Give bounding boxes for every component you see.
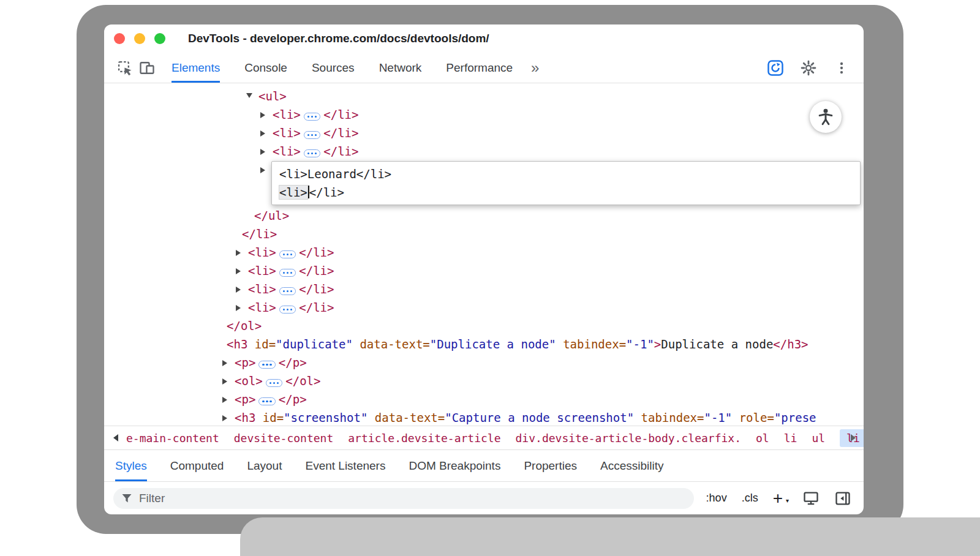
collapse-arrow-icon[interactable] <box>246 87 258 105</box>
dom-tree-line[interactable]: <li></li> <box>104 142 864 160</box>
breadcrumb-item[interactable]: devsite-content <box>234 432 334 445</box>
tab-console[interactable]: Console <box>244 53 287 83</box>
expand-arrow-icon[interactable] <box>222 408 235 426</box>
zoom-button[interactable] <box>154 33 165 44</box>
dom-tree-line[interactable]: </ul> <box>104 206 864 225</box>
settings-gear-icon[interactable] <box>797 57 820 79</box>
panel-tab-layout[interactable]: Layout <box>247 450 282 481</box>
dom-tree-line[interactable]: </ol> <box>104 317 864 335</box>
styles-toolbar: :hov .cls +▾ <box>706 490 851 507</box>
breadcrumb-item[interactable]: article.devsite-article <box>348 432 500 445</box>
breadcrumb-item[interactable]: div.devsite-article-body.clearfix. <box>516 432 741 445</box>
more-tabs-icon[interactable]: » <box>531 53 539 83</box>
edit-line-2: <li></li> <box>279 183 860 201</box>
expand-arrow-icon[interactable] <box>222 353 235 372</box>
expand-arrow-icon[interactable] <box>260 124 273 142</box>
panel-tab-accessibility[interactable]: Accessibility <box>600 450 663 481</box>
expand-arrow-icon[interactable] <box>260 160 273 179</box>
collapsed-children-icon[interactable] <box>304 131 321 140</box>
breadcrumb-scroll-left-icon[interactable] <box>110 434 121 441</box>
collapsed-children-icon[interactable] <box>279 269 296 277</box>
accessibility-overlay-button[interactable] <box>810 101 842 133</box>
toolbar-tabs: ElementsConsoleSourcesNetworkPerformance <box>172 53 513 83</box>
dom-tree-line[interactable]: <li></li> <box>104 280 864 298</box>
breadcrumb-item[interactable]: e-main-content <box>126 432 219 445</box>
expand-arrow-icon[interactable] <box>260 105 273 124</box>
dom-tree-line[interactable]: <li></li> <box>104 261 864 280</box>
dom-tree-line[interactable]: <p></p> <box>104 390 864 408</box>
expand-arrow-icon[interactable] <box>236 298 248 317</box>
breadcrumb-item[interactable]: ul <box>812 432 825 445</box>
panel-tab-styles[interactable]: Styles <box>115 450 147 481</box>
toolbar-right-icons <box>764 53 853 83</box>
elements-panel: <ul><li></li><li></li><li></li><li>Leona… <box>104 83 864 426</box>
dom-tree-line[interactable]: <ol></ol> <box>104 372 864 390</box>
filter-funnel-icon <box>121 492 133 505</box>
device-toolbar-icon[interactable] <box>136 57 158 79</box>
edit-as-html-box[interactable]: <li>Leonard</li><li></li> <box>271 161 861 205</box>
collapsed-children-icon[interactable] <box>258 397 276 406</box>
display-emulation-icon[interactable] <box>802 490 820 507</box>
filter-placeholder: Filter <box>139 492 165 505</box>
devtools-window: DevTools - developer.chrome.com/docs/dev… <box>104 24 864 514</box>
breadcrumb-bar: e-main-contentdevsite-contentarticle.dev… <box>104 426 864 450</box>
dom-tree-line[interactable]: <li></li> <box>104 105 864 124</box>
breadcrumb-scroll-right-icon[interactable] <box>848 434 859 441</box>
breadcrumb-item[interactable]: ol <box>756 432 769 445</box>
collapsed-children-icon[interactable] <box>304 113 321 121</box>
collapsed-children-icon[interactable] <box>304 149 321 158</box>
toggle-element-classes-button[interactable]: .cls <box>742 492 758 505</box>
panel-tab-event-listeners[interactable]: Event Listeners <box>305 450 385 481</box>
collapsed-children-icon[interactable] <box>279 306 296 314</box>
breadcrumb: e-main-contentdevsite-contentarticle.dev… <box>126 429 848 447</box>
minimize-button[interactable] <box>134 33 145 44</box>
collapsed-children-icon[interactable] <box>266 379 283 388</box>
expand-arrow-icon[interactable] <box>222 390 235 408</box>
dom-tree-line[interactable]: <li></li> <box>104 243 864 261</box>
breadcrumb-item[interactable]: li <box>784 432 797 445</box>
tab-performance[interactable]: Performance <box>446 53 513 83</box>
window-title: DevTools - developer.chrome.com/docs/dev… <box>188 32 489 45</box>
expand-arrow-icon[interactable] <box>236 243 248 261</box>
dom-tree-line[interactable]: <li></li> <box>104 124 864 142</box>
dom-tree-line[interactable]: </li> <box>104 225 864 243</box>
edit-line-1: <li>Leonard</li> <box>279 165 860 183</box>
expand-arrow-icon[interactable] <box>222 372 235 390</box>
toggle-hover-state-button[interactable]: :hov <box>706 492 727 505</box>
expand-arrow-icon[interactable] <box>236 261 248 280</box>
devtools-toolbar: ElementsConsoleSourcesNetworkPerformance… <box>104 53 864 83</box>
panel-tab-dom-breakpoints[interactable]: DOM Breakpoints <box>409 450 500 481</box>
panel-tabs: StylesComputedLayoutEvent ListenersDOM B… <box>104 450 864 482</box>
tab-sources[interactable]: Sources <box>312 53 355 83</box>
dom-tree-line[interactable]: <h3 id="duplicate" data-text="Duplicate … <box>104 335 864 353</box>
collapsed-children-icon[interactable] <box>279 250 296 259</box>
new-style-rule-button[interactable]: +▾ <box>773 492 788 505</box>
toggle-sidebar-icon[interactable] <box>834 490 851 507</box>
expand-arrow-icon[interactable] <box>236 280 248 298</box>
inspect-element-icon[interactable] <box>114 57 136 79</box>
panel-tab-properties[interactable]: Properties <box>524 450 577 481</box>
refresh-device-icon[interactable] <box>764 57 786 79</box>
collapsed-children-icon[interactable] <box>279 287 296 296</box>
filter-input[interactable]: Filter <box>113 488 694 509</box>
panel-tab-computed[interactable]: Computed <box>170 450 224 481</box>
close-button[interactable] <box>114 33 125 44</box>
dom-tree-line[interactable]: <h3 id="screenshot" data-text="Capture a… <box>104 408 864 426</box>
expand-arrow-icon[interactable] <box>260 142 273 160</box>
tab-network[interactable]: Network <box>379 53 422 83</box>
kebab-menu-icon[interactable] <box>831 57 853 79</box>
dom-tree-line[interactable]: <ul> <box>104 87 864 105</box>
dom-tree-line[interactable]: <li>Leonard</li><li></li> <box>104 160 864 206</box>
styles-filter-row: Filter :hov .cls +▾ <box>104 482 864 514</box>
dom-tree-line[interactable]: <li></li> <box>104 298 864 317</box>
laptop-base <box>240 517 980 556</box>
dom-tree-line[interactable]: <p></p> <box>104 353 864 372</box>
tab-elements[interactable]: Elements <box>172 53 220 83</box>
new-rule-caret-icon: ▾ <box>786 495 789 507</box>
title-bar: DevTools - developer.chrome.com/docs/dev… <box>104 24 864 53</box>
collapsed-children-icon[interactable] <box>258 361 276 369</box>
